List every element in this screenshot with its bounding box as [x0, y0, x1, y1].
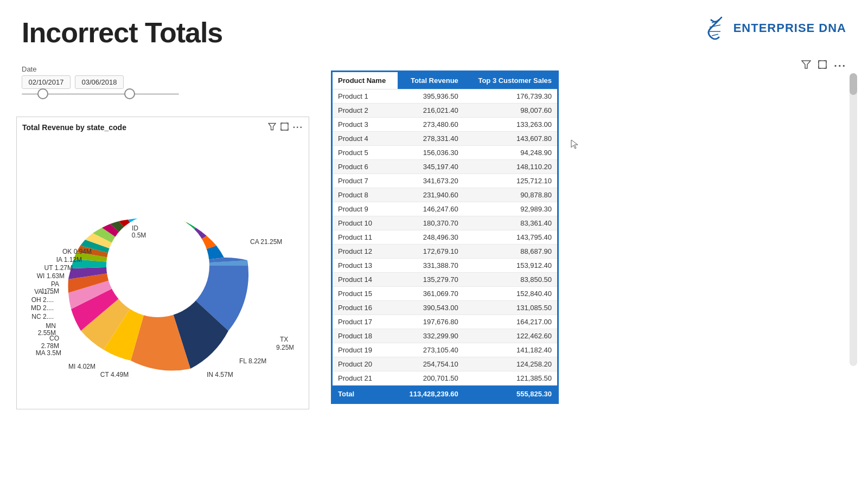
expand-icon[interactable]	[818, 60, 827, 72]
cell-revenue: 216,021.40	[398, 104, 464, 118]
chart-expand-icon[interactable]	[280, 123, 289, 132]
cell-product-name: Product 17	[333, 315, 398, 329]
table-row: Product 10 180,370.70 83,361.40	[333, 216, 557, 230]
cell-revenue: 231,940.60	[398, 188, 464, 202]
svg-text:CT 4.49M: CT 4.49M	[100, 371, 129, 378]
table-row: Product 15 361,069.70 152,840.40	[333, 287, 557, 301]
col-header-revenue: Total Revenue	[398, 72, 464, 89]
cell-product-name: Product 1	[333, 89, 398, 104]
table-row: Product 14 135,279.70 83,850.50	[333, 273, 557, 287]
cell-product-name: Product 19	[333, 343, 398, 357]
svg-text:UT 1.27M: UT 1.27M	[44, 264, 73, 272]
cell-revenue: 273,105.40	[398, 343, 464, 357]
cell-top3: 124,258.20	[464, 357, 557, 371]
cell-product-name: Product 21	[333, 371, 398, 386]
cell-revenue: 345,197.40	[398, 160, 464, 174]
footer-top3: 555,825.30	[464, 386, 557, 403]
table-row: Product 21 200,701.50 121,385.50	[333, 371, 557, 386]
svg-text:1.75M: 1.75M	[41, 287, 59, 295]
table-row: Product 13 331,388.70 153,912.40	[333, 259, 557, 273]
slider-thumb-left[interactable]	[37, 88, 48, 99]
cell-product-name: Product 4	[333, 132, 398, 146]
svg-point-9	[106, 214, 209, 317]
svg-text:2.55M: 2.55M	[38, 329, 56, 337]
svg-text:OH 2....: OH 2....	[31, 296, 54, 304]
scrollbar-thumb[interactable]	[850, 73, 857, 95]
table-row: Product 16 390,543.00 131,085.50	[333, 301, 557, 315]
cell-product-name: Product 16	[333, 301, 398, 315]
svg-text:ID: ID	[132, 224, 138, 232]
table-row: Product 11 248,496.30 143,795.40	[333, 230, 557, 245]
cell-product-name: Product 2	[333, 104, 398, 118]
footer-label: Total	[333, 386, 398, 403]
svg-text:2.78M: 2.78M	[41, 342, 59, 350]
table-row: Product 5 156,036.30 94,248.90	[333, 146, 557, 160]
cell-product-name: Product 20	[333, 357, 398, 371]
cell-product-name: Product 8	[333, 188, 398, 202]
cell-product-name: Product 11	[333, 230, 398, 245]
svg-text:9.25M: 9.25M	[276, 344, 293, 351]
table-footer: Total 113,428,239.60 555,825.30	[333, 386, 557, 403]
svg-text:FL 8.22M: FL 8.22M	[239, 357, 266, 365]
svg-text:IA 1.12M: IA 1.12M	[56, 256, 82, 264]
cell-top3: 121,385.50	[464, 371, 557, 386]
table-row: Product 2 216,021.40 98,007.60	[333, 104, 557, 118]
slider-thumb-right[interactable]	[124, 88, 135, 99]
cell-product-name: Product 18	[333, 329, 398, 343]
table-row: Product 3 273,480.60 133,263.00	[333, 118, 557, 132]
footer-revenue: 113,428,239.60	[398, 386, 464, 403]
svg-text:NC 2....: NC 2....	[31, 313, 54, 320]
donut-chart-svg: CA 21.25M TX 9.25M IL 9.19M FL 8.22M IN …	[22, 136, 293, 385]
chart-filter-icon[interactable]	[268, 123, 276, 132]
table-row: Product 19 273,105.40 141,182.40	[333, 343, 557, 357]
cell-revenue: 172,679.10	[398, 245, 464, 259]
table-header: Product Name Total Revenue Top 3 Custome…	[333, 72, 557, 89]
cell-revenue: 200,701.50	[398, 371, 464, 386]
cell-product-name: Product 13	[333, 259, 398, 273]
date-slider[interactable]	[22, 93, 179, 95]
cell-top3: 98,007.60	[464, 104, 557, 118]
table-body: Product 1 395,936.50 176,739.30 Product …	[333, 89, 557, 386]
cell-revenue: 146,247.60	[398, 202, 464, 216]
svg-text:MD 2....: MD 2....	[31, 304, 54, 312]
cell-product-name: Product 7	[333, 174, 398, 188]
cell-top3: 83,850.50	[464, 273, 557, 287]
date-end[interactable]: 03/06/2018	[75, 75, 124, 89]
more-icon[interactable]: ···	[834, 60, 846, 72]
chart-svg-area: CA 21.25M TX 9.25M IL 9.19M FL 8.22M IN …	[22, 136, 303, 390]
cell-top3: 83,361.40	[464, 216, 557, 230]
cell-product-name: Product 10	[333, 216, 398, 230]
cursor	[570, 138, 580, 149]
svg-text:TX: TX	[280, 336, 288, 343]
cell-revenue: 254,754.10	[398, 357, 464, 371]
chart-icons: ···	[268, 123, 303, 132]
cell-revenue: 390,543.00	[398, 301, 464, 315]
svg-text:0.5M: 0.5M	[132, 232, 146, 239]
svg-text:PA: PA	[51, 280, 59, 288]
cell-top3: 88,687.90	[464, 245, 557, 259]
scrollbar[interactable]	[850, 73, 857, 366]
date-start[interactable]: 02/10/2017	[22, 75, 71, 89]
chart-title: Total Revenue by state_code	[22, 123, 126, 132]
dna-icon	[702, 15, 728, 41]
cell-revenue: 135,279.70	[398, 273, 464, 287]
filter-icon[interactable]	[801, 60, 811, 72]
cell-top3: 176,739.30	[464, 89, 557, 104]
cell-top3: 143,795.40	[464, 230, 557, 245]
svg-text:OK 0.94M: OK 0.94M	[62, 248, 92, 255]
cell-revenue: 156,036.30	[398, 146, 464, 160]
table-row: Product 8 231,940.60 90,878.80	[333, 188, 557, 202]
logo: ENTERPRISE DNA	[702, 15, 846, 41]
cell-top3: 152,840.40	[464, 287, 557, 301]
svg-marker-4	[802, 61, 810, 68]
table-row: Product 20 254,754.10 124,258.20	[333, 357, 557, 371]
chart-more-icon[interactable]: ···	[293, 123, 303, 132]
svg-marker-6	[269, 124, 276, 130]
table-row: Product 12 172,679.10 88,687.90	[333, 245, 557, 259]
slider-track	[22, 93, 179, 95]
cell-product-name: Product 6	[333, 160, 398, 174]
svg-text:WI 1.63M: WI 1.63M	[37, 272, 65, 280]
svg-line-3	[712, 34, 718, 36]
cell-product-name: Product 5	[333, 146, 398, 160]
cell-product-name: Product 12	[333, 245, 398, 259]
